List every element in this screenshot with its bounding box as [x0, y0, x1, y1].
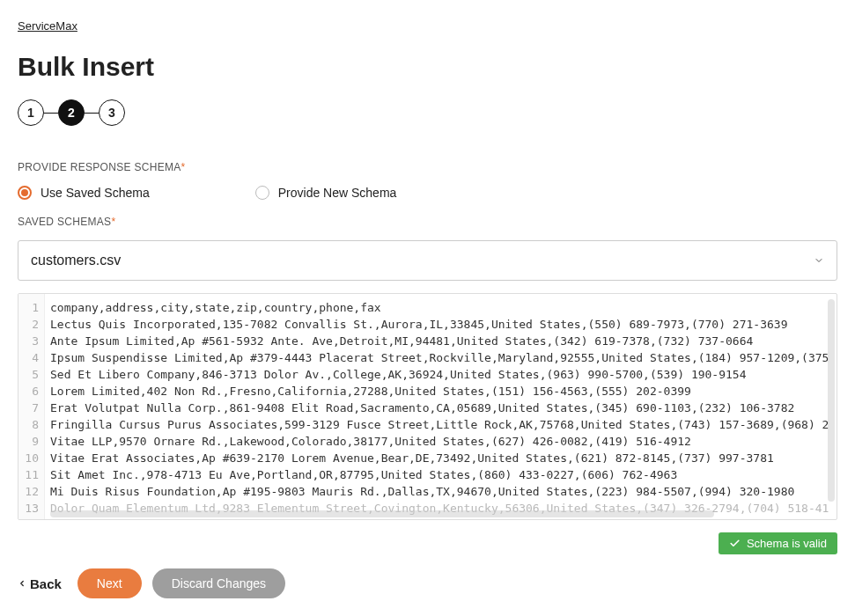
step-3[interactable]: 3	[99, 99, 125, 126]
code-line: Sed Et Libero Company,846-3713 Dolor Av.…	[50, 366, 831, 383]
line-number: 5	[18, 366, 44, 383]
page-title: Bulk Insert	[18, 52, 837, 82]
editor-horizontal-scrollbar[interactable]	[45, 509, 826, 519]
step-connector	[44, 113, 58, 114]
back-button[interactable]: Back	[18, 576, 62, 591]
code-line: Ante Ipsum Limited,Ap #561-5932 Ante. Av…	[50, 333, 831, 349]
back-label: Back	[30, 576, 62, 591]
line-number: 10	[18, 450, 44, 466]
line-number: 12	[18, 483, 44, 500]
required-mark: *	[181, 161, 186, 173]
line-number: 11	[18, 466, 44, 483]
saved-schemas-label: SAVED SCHEMAS*	[18, 216, 837, 228]
editor-code[interactable]: company,address,city,state,zip,country,p…	[45, 294, 837, 519]
chevron-down-icon	[814, 255, 824, 266]
saved-schemas-select[interactable]: customers.csv	[18, 240, 837, 281]
code-line: Vitae Erat Associates,Ap #639-2170 Lorem…	[50, 450, 831, 466]
schema-radio-group: Use Saved Schema Provide New Schema	[18, 186, 837, 200]
code-line: Lorem Limited,402 Non Rd.,Fresno,Califor…	[50, 383, 831, 400]
check-icon	[729, 538, 741, 549]
editor-gutter: 12345678910111213	[18, 294, 45, 519]
provide-schema-label: PROVIDE RESPONSE SCHEMA*	[18, 161, 837, 173]
radio-icon	[18, 186, 32, 200]
discard-changes-button[interactable]: Discard Changes	[152, 568, 285, 598]
editor-vertical-scrollbar[interactable]	[826, 294, 837, 519]
code-line: Ipsum Suspendisse Limited,Ap #379-4443 P…	[50, 349, 831, 366]
line-number: 8	[18, 416, 44, 433]
step-1[interactable]: 1	[18, 99, 44, 126]
line-number: 13	[18, 500, 44, 517]
radio-label: Use Saved Schema	[41, 186, 150, 200]
code-line: Lectus Quis Incorporated,135-7082 Conval…	[50, 316, 831, 333]
status-badge: Schema is valid	[719, 532, 837, 554]
code-line: Erat Volutpat Nulla Corp.,861-9408 Elit …	[50, 400, 831, 416]
schema-editor[interactable]: 12345678910111213 company,address,city,s…	[18, 293, 837, 520]
stepper: 1 2 3	[18, 99, 837, 126]
line-number: 6	[18, 383, 44, 400]
code-line: Mi Duis Risus Foundation,Ap #195-9803 Ma…	[50, 483, 831, 500]
code-line: Fringilla Cursus Purus Associates,599-31…	[50, 416, 831, 433]
next-button[interactable]: Next	[77, 568, 142, 598]
line-number: 9	[18, 433, 44, 450]
radio-use-saved-schema[interactable]: Use Saved Schema	[18, 186, 150, 200]
required-mark: *	[111, 216, 115, 228]
code-line: Sit Amet Inc.,978-4713 Eu Ave,Portland,O…	[50, 466, 831, 483]
footer: Back Next Discard Changes	[18, 568, 837, 598]
breadcrumb-servicemax[interactable]: ServiceMax	[18, 19, 77, 33]
status-text: Schema is valid	[747, 537, 827, 550]
radio-icon	[255, 186, 269, 200]
step-connector	[85, 113, 99, 114]
line-number: 7	[18, 400, 44, 416]
select-value: customers.csv	[31, 253, 121, 268]
line-number: 2	[18, 316, 44, 333]
chevron-left-icon	[18, 579, 26, 588]
line-number: 3	[18, 333, 44, 349]
code-line: Vitae LLP,9570 Ornare Rd.,Lakewood,Color…	[50, 433, 831, 450]
line-number: 1	[18, 299, 44, 316]
step-2[interactable]: 2	[58, 99, 85, 126]
radio-label: Provide New Schema	[278, 186, 397, 200]
radio-provide-new-schema[interactable]: Provide New Schema	[255, 186, 397, 200]
code-line: company,address,city,state,zip,country,p…	[50, 299, 831, 316]
line-number: 4	[18, 349, 44, 366]
